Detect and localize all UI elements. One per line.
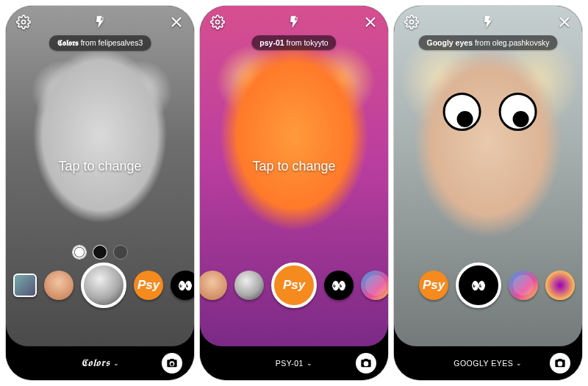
current-effect-label[interactable]: 𝕮𝖔𝖑𝖔𝖗𝖘 ⌄ bbox=[81, 357, 120, 369]
svg-text:x: x bbox=[295, 15, 298, 21]
bottom-bar: GOOGLY EYES ⌄ bbox=[394, 346, 582, 380]
effect-thumb[interactable] bbox=[44, 271, 74, 300]
from-word: from bbox=[287, 38, 302, 47]
camera-preview[interactable]: x 𝕮𝖔𝖑𝖔𝖗𝖘 from felipesalves3 Tap to chang… bbox=[6, 6, 194, 346]
effect-carousel[interactable]: Psy bbox=[200, 260, 388, 311]
effect-label-text: PSY-01 bbox=[276, 359, 304, 368]
from-word: from bbox=[81, 38, 96, 47]
googly-eyes-overlay bbox=[443, 93, 537, 131]
settings-icon[interactable] bbox=[404, 15, 419, 29]
gallery-picker-icon[interactable] bbox=[13, 274, 37, 297]
current-effect-label[interactable]: GOOGLY EYES ⌄ bbox=[453, 359, 522, 368]
effect-thumb[interactable]: Psy bbox=[419, 271, 448, 300]
effect-thumb[interactable] bbox=[200, 271, 227, 300]
tap-to-change-hint[interactable]: Tap to change bbox=[252, 158, 335, 174]
variant-dot[interactable] bbox=[72, 245, 87, 260]
capture-button[interactable] bbox=[456, 262, 501, 308]
story-camera-screen-psy: x psy-01 from tokyyto Tap to change Psy … bbox=[200, 6, 388, 380]
effect-carousel[interactable]: Psy bbox=[394, 260, 582, 311]
flash-off-icon[interactable]: x bbox=[287, 15, 301, 29]
effect-carousel[interactable]: Psy bbox=[6, 260, 194, 311]
flash-off-icon[interactable]: x bbox=[481, 15, 495, 29]
top-bar: x bbox=[210, 15, 378, 29]
camera-preview[interactable]: x Googly eyes from oleg.pashkovsky Psy bbox=[394, 6, 582, 346]
filter-author: tokyyto bbox=[304, 38, 328, 47]
filter-author: felipesalves3 bbox=[98, 38, 143, 47]
filter-name: psy-01 bbox=[259, 38, 284, 47]
filter-attribution-pill[interactable]: psy-01 from tokyyto bbox=[251, 35, 336, 50]
bottom-bar: PSY-01 ⌄ bbox=[200, 346, 388, 380]
story-camera-screen-googly: x Googly eyes from oleg.pashkovsky Psy G… bbox=[394, 6, 582, 380]
variant-dot[interactable] bbox=[93, 245, 107, 260]
top-bar: x bbox=[16, 15, 184, 29]
effect-label-text: 𝕮𝖔𝖑𝖔𝖗𝖘 bbox=[81, 357, 110, 369]
switch-camera-icon[interactable] bbox=[162, 353, 182, 374]
close-icon[interactable] bbox=[363, 15, 378, 29]
switch-camera-icon[interactable] bbox=[356, 353, 376, 374]
filter-attribution-pill[interactable]: 𝕮𝖔𝖑𝖔𝖗𝖘 from felipesalves3 bbox=[49, 35, 151, 51]
variant-dot[interactable] bbox=[113, 245, 128, 260]
effect-thumb[interactable] bbox=[234, 271, 264, 300]
svg-point-4 bbox=[410, 21, 414, 24]
top-bar: x bbox=[404, 15, 572, 29]
tap-to-change-hint[interactable]: Tap to change bbox=[58, 158, 141, 174]
settings-icon[interactable] bbox=[16, 15, 31, 29]
close-icon[interactable] bbox=[169, 15, 184, 29]
chevron-down-icon: ⌄ bbox=[516, 360, 523, 367]
settings-icon[interactable] bbox=[210, 15, 225, 29]
from-word: from bbox=[475, 38, 490, 47]
chevron-down-icon: ⌄ bbox=[306, 360, 313, 367]
current-effect-label[interactable]: PSY-01 ⌄ bbox=[276, 359, 313, 368]
camera-preview[interactable]: x psy-01 from tokyyto Tap to change Psy bbox=[200, 6, 388, 346]
bottom-bar: 𝕮𝖔𝖑𝖔𝖗𝖘 ⌄ bbox=[6, 346, 194, 380]
flash-off-icon[interactable]: x bbox=[93, 15, 107, 29]
capture-button[interactable] bbox=[81, 262, 126, 308]
filter-author: oleg.pashkovsky bbox=[492, 38, 550, 47]
svg-point-2 bbox=[216, 21, 220, 24]
effect-label-text: GOOGLY EYES bbox=[453, 359, 513, 368]
filter-name: 𝕮𝖔𝖑𝖔𝖗𝖘 bbox=[57, 38, 79, 47]
svg-point-0 bbox=[22, 21, 26, 24]
svg-text:x: x bbox=[101, 15, 104, 21]
effect-thumb[interactable] bbox=[171, 271, 194, 300]
story-camera-screen-colors: x 𝕮𝖔𝖑𝖔𝖗𝖘 from felipesalves3 Tap to chang… bbox=[6, 6, 194, 380]
effect-thumb[interactable] bbox=[545, 271, 575, 300]
effect-thumb[interactable] bbox=[509, 271, 538, 300]
switch-camera-icon[interactable] bbox=[550, 353, 570, 374]
filter-name: Googly eyes bbox=[427, 38, 473, 47]
filter-variant-row bbox=[72, 245, 128, 260]
chevron-down-icon: ⌄ bbox=[113, 360, 120, 367]
effect-thumb[interactable] bbox=[361, 271, 388, 300]
filter-attribution-pill[interactable]: Googly eyes from oleg.pashkovsky bbox=[419, 35, 558, 50]
effect-thumb[interactable] bbox=[324, 271, 354, 300]
effect-thumb[interactable]: Psy bbox=[134, 271, 163, 300]
svg-text:x: x bbox=[490, 15, 492, 21]
capture-button[interactable]: Psy bbox=[271, 262, 317, 308]
close-icon[interactable] bbox=[557, 15, 572, 29]
